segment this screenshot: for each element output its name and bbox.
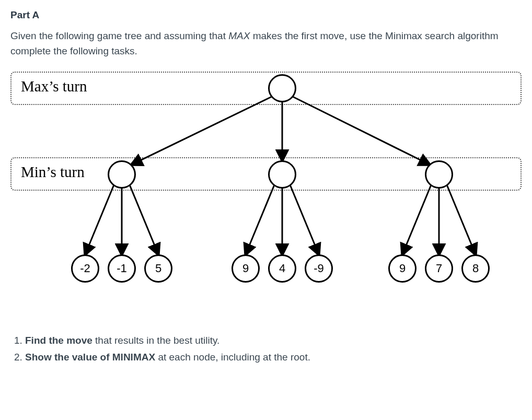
svg-line-11 (446, 182, 476, 254)
node-min-1 (268, 160, 296, 189)
intro-text: Given the following game tree and assumi… (10, 28, 522, 59)
node-leaf-3: 9 (232, 254, 260, 283)
task-1-bold: Find the move (25, 335, 92, 346)
svg-line-2 (293, 97, 430, 165)
leaf-value: 7 (436, 262, 442, 275)
leaf-value: -1 (117, 262, 127, 275)
game-tree-diagram: Max’s turn Min’s turn -2 -1 5 9 4 (10, 72, 522, 312)
min-turn-label: Min’s turn (21, 164, 85, 180)
leaf-value: 4 (279, 262, 285, 275)
svg-line-6 (246, 182, 275, 254)
intro-pre: Given the following game tree and assumi… (10, 30, 228, 41)
leaf-value: 8 (472, 262, 479, 275)
task-1-rest: that results in the best utility. (92, 335, 220, 346)
leaf-value: 9 (399, 262, 406, 275)
task-2-rest: at each node, including at the root. (155, 352, 310, 363)
node-leaf-8: 8 (461, 254, 490, 283)
svg-line-5 (129, 182, 158, 254)
node-min-0 (108, 160, 136, 189)
svg-line-3 (85, 182, 115, 254)
node-leaf-5: -9 (305, 254, 333, 283)
node-min-2 (425, 160, 453, 189)
task-item-1: Find the move that results in the best u… (25, 333, 522, 348)
svg-line-0 (132, 97, 272, 165)
part-heading: Part A (10, 9, 522, 21)
node-root (268, 74, 296, 102)
task-list: Find the move that results in the best u… (10, 333, 522, 366)
leaf-value: 9 (242, 262, 249, 275)
svg-line-8 (289, 182, 319, 254)
max-turn-label: Max’s turn (21, 78, 87, 95)
node-leaf-1: -1 (108, 254, 136, 283)
intro-em: MAX (228, 30, 250, 41)
max-turn-box: Max’s turn (10, 72, 522, 105)
leaf-value: -9 (314, 262, 324, 275)
node-leaf-6: 9 (388, 254, 417, 283)
node-leaf-2: 5 (144, 254, 172, 283)
leaf-value: 5 (155, 262, 161, 275)
node-leaf-0: -2 (71, 254, 99, 283)
task-item-2: Show the value of MINIMAX at each node, … (25, 349, 522, 365)
task-2-bold: Show the value of MINIMAX (25, 352, 155, 363)
leaf-value: -2 (80, 262, 90, 275)
node-leaf-7: 7 (425, 254, 453, 283)
svg-line-9 (402, 182, 432, 254)
node-leaf-4: 4 (268, 254, 296, 283)
